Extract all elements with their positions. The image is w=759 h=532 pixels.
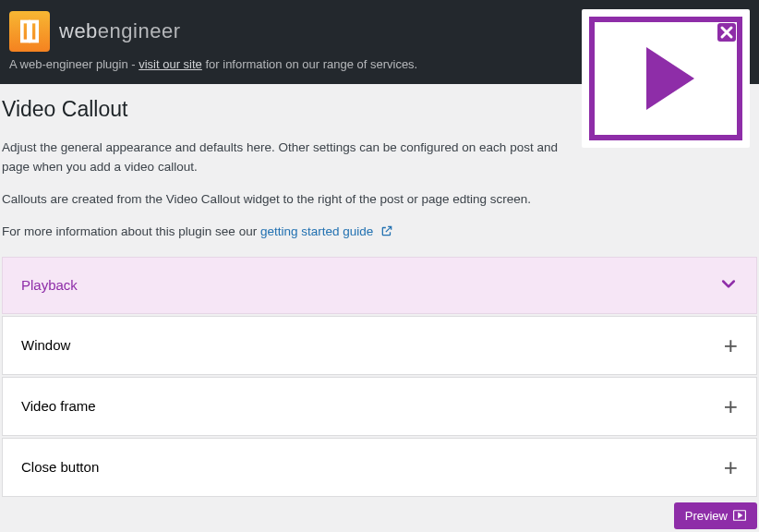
accordion-label: Playback xyxy=(21,277,78,293)
description-3: For more information about this plugin s… xyxy=(2,223,567,244)
svg-marker-4 xyxy=(739,514,742,518)
settings-accordion: Playback Window + Video frame + Close bu… xyxy=(2,257,757,497)
brand-name: webengineer xyxy=(59,19,181,43)
getting-started-link[interactable]: getting started guide xyxy=(260,224,373,238)
play-icon xyxy=(646,47,694,110)
plus-icon: + xyxy=(724,455,738,479)
brand: webengineer xyxy=(9,11,417,52)
accordion-label: Video frame xyxy=(21,398,96,414)
preview-card xyxy=(582,9,750,148)
brand-logo-icon xyxy=(9,11,50,52)
accordion-label: Close button xyxy=(21,459,99,475)
external-link-icon xyxy=(380,224,393,244)
accordion-section-playback[interactable]: Playback xyxy=(2,257,757,314)
svg-rect-0 xyxy=(22,22,29,42)
description-1: Adjust the general appearance and defaul… xyxy=(2,139,567,177)
accordion-section-window[interactable]: Window + xyxy=(2,316,757,375)
accordion-label: Window xyxy=(21,337,70,353)
header-tagline: A web-engineer plugin - visit our site f… xyxy=(9,57,417,71)
video-preview-frame xyxy=(589,17,742,140)
accordion-section-video-frame[interactable]: Video frame + xyxy=(2,377,757,436)
description-2: Callouts are created from the Video Call… xyxy=(2,190,567,210)
svg-rect-1 xyxy=(30,22,37,42)
accordion-section-close-button[interactable]: Close button + xyxy=(2,438,757,497)
visit-site-link[interactable]: visit our site xyxy=(139,57,202,71)
preview-button[interactable]: Preview xyxy=(674,502,757,529)
chevron-down-icon xyxy=(719,274,738,296)
plus-icon: + xyxy=(724,333,738,357)
close-icon[interactable] xyxy=(715,20,739,44)
plus-icon: + xyxy=(724,394,738,418)
